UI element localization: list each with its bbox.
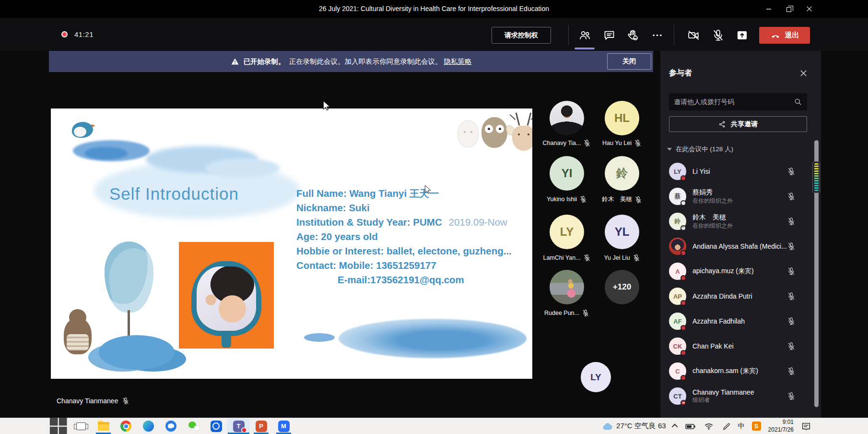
privacy-policy-link[interactable]: 隐私策略 (444, 57, 472, 66)
participant-row[interactable]: 蔡 蔡娟秀 在你的组织之外 (660, 184, 814, 209)
speaker-mini-tile[interactable]: LY (581, 362, 611, 392)
qq-browser-button[interactable] (160, 418, 182, 434)
dictionary-app-button[interactable] (205, 418, 227, 434)
cloud-art (339, 319, 527, 358)
meeting-app-icon: M (278, 421, 290, 432)
video-tile-chanavy[interactable] (540, 101, 594, 135)
more-options-button[interactable] (646, 24, 668, 47)
participants-panel: 参与者 共享邀请 在此会议中 (128 人) LY Li Yisi (660, 51, 821, 418)
tile-label: Yukino Ishii (536, 195, 598, 203)
chevron-up-icon[interactable] (671, 424, 678, 430)
video-tile-yu-jei-liu[interactable]: YL (595, 215, 649, 249)
ime-indicator[interactable]: 中 (738, 422, 745, 431)
participant-row[interactable]: Andiana Alyssa Shafa (Medici... (660, 234, 814, 259)
overflow-tile[interactable]: +120 (595, 270, 649, 304)
study-year: 2019.09-Now (449, 217, 507, 228)
close-icon (806, 6, 812, 12)
chat-button[interactable] (598, 24, 620, 47)
status-badge-busy (680, 275, 686, 281)
mic-off-icon (634, 196, 642, 204)
battery-icon[interactable] (685, 421, 696, 432)
edge-button[interactable] (137, 418, 160, 434)
participants-toggle-button[interactable] (574, 24, 595, 47)
qq-browser-icon (165, 421, 176, 432)
video-tile-yukino[interactable]: YI (540, 156, 594, 191)
invite-search-input[interactable] (669, 98, 794, 106)
request-control-button[interactable]: 请求控制权 (492, 27, 551, 44)
participant-name: Li Yisi (692, 168, 787, 175)
toolbar-separator (568, 25, 569, 45)
owl-eye (496, 125, 504, 133)
people-icon (578, 29, 591, 42)
wechat-button[interactable] (182, 418, 205, 434)
mic-off-icon[interactable] (787, 367, 796, 375)
start-button[interactable] (47, 418, 70, 434)
warning-icon (231, 57, 239, 66)
participant-row[interactable]: AF Azzahra Fadhilah (660, 309, 814, 334)
mic-off-icon[interactable] (787, 317, 796, 326)
powerpoint-button[interactable]: P (250, 418, 272, 434)
share-screen-button[interactable] (731, 24, 752, 47)
mic-off-icon[interactable] (787, 192, 796, 201)
avatar-photo (550, 101, 584, 135)
mic-off-icon[interactable] (787, 342, 796, 350)
pen-icon[interactable] (721, 422, 731, 431)
task-view-button[interactable] (70, 418, 92, 434)
video-tile-lamchi[interactable]: LY (540, 215, 594, 249)
mic-off-icon (579, 195, 587, 203)
participant-row[interactable]: 鈴 鈴木 美穂 在你的组织之外 (660, 209, 814, 234)
chrome-icon (120, 421, 131, 432)
meeting-app-button[interactable]: M (272, 418, 295, 434)
teams-button[interactable]: T (227, 418, 250, 434)
file-explorer-button[interactable] (92, 418, 115, 434)
participant-name: Chanavy Tianmanee (692, 388, 787, 396)
slide-line: Hobbie or Interest: ballet, electone, gu… (296, 244, 526, 258)
participant-name: Azzahra Fadhilah (692, 317, 787, 325)
invite-search-box[interactable] (669, 93, 807, 110)
chrome-button[interactable] (115, 418, 137, 434)
mic-toggle-button[interactable] (707, 24, 728, 47)
raise-hand-button[interactable] (622, 24, 643, 47)
dictionary-app-icon (211, 421, 222, 432)
banner-close-button[interactable]: 关闭 (607, 53, 651, 70)
tile-label: Rudee Pun... (536, 309, 598, 317)
close-button[interactable] (798, 0, 820, 18)
action-center-icon[interactable] (801, 421, 811, 432)
tile-label: Hau Yu Lei (591, 139, 653, 147)
sogou-ime-icon[interactable]: S (752, 422, 761, 431)
status-badge-dnd (680, 400, 686, 406)
mic-off-icon[interactable] (787, 267, 796, 276)
camera-off-icon (687, 29, 700, 42)
pinned-presenter-label: Chanavy Tianmanee (57, 397, 129, 405)
weather-widget[interactable]: 27°C 空气良 63 (602, 422, 666, 431)
share-invite-button[interactable]: 共享邀请 (669, 116, 807, 132)
participant-row[interactable]: C chanakorn.sam (来宾) (660, 359, 814, 384)
slide-line: E-mail:173562191@qq.com (296, 273, 526, 287)
recording-banner: 已开始录制。 正在录制此会议。加入即表示你同意录制此会议。 隐私策略 关闭 (49, 51, 653, 72)
mic-off-icon[interactable] (787, 242, 796, 251)
participant-row[interactable]: CK Chan Pak Kei (660, 334, 814, 359)
participant-name: 蔡娟秀 (692, 188, 787, 197)
video-tile-hau-yu-lei[interactable]: HL (595, 101, 649, 135)
restore-button[interactable] (778, 0, 800, 18)
in-meeting-section-header[interactable]: 在此会议中 (128 人) (667, 145, 733, 154)
video-tile-rudee[interactable] (540, 270, 594, 304)
panel-close-button[interactable] (797, 66, 810, 80)
leave-meeting-button[interactable]: 退出 (759, 27, 810, 44)
participant-row[interactable]: AP Azzahra Dinda Putri (660, 284, 814, 309)
task-view-icon (76, 422, 86, 430)
slide-line: Nickname: Suki (296, 201, 526, 215)
slide-line: Institution & Study Year: PUMC2019.09-No… (296, 215, 526, 229)
participant-row[interactable]: A apichaya.muz (来宾) (660, 259, 814, 284)
video-tile-suzuki[interactable]: 鈴 (595, 156, 649, 191)
wifi-icon[interactable] (704, 421, 714, 432)
minimize-button[interactable] (758, 0, 780, 18)
camera-toggle-button[interactable] (683, 24, 704, 47)
mic-off-icon[interactable] (787, 392, 796, 400)
taskbar-clock[interactable]: 9:01 2021/7/26 (768, 419, 794, 434)
participant-row[interactable]: LY Li Yisi (660, 159, 814, 184)
mic-off-icon[interactable] (787, 292, 796, 301)
mic-off-icon[interactable] (787, 167, 796, 176)
participant-row[interactable]: CT Chanavy Tianmanee 组织者 (660, 384, 814, 409)
mic-off-icon[interactable] (787, 217, 796, 226)
